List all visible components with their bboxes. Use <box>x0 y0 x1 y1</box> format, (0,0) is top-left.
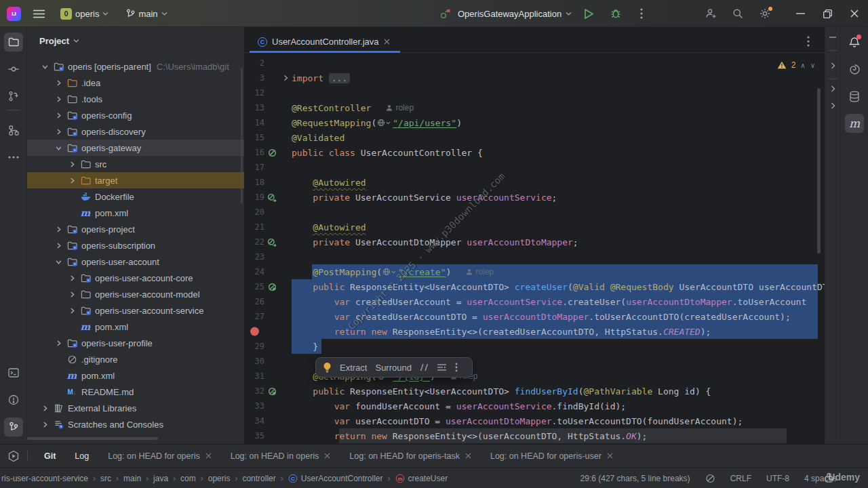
code-line-16[interactable]: 16public class UserAccountController { <box>244 145 825 160</box>
mapping-gutter-icon[interactable] <box>264 283 279 291</box>
notifications-button[interactable] <box>845 33 864 52</box>
tree-item-operis-user-account[interactable]: operis-user-account <box>27 253 244 270</box>
tree-item-operis-gateway[interactable]: operis-gateway <box>27 140 244 156</box>
code-line-2[interactable]: 2 <box>244 56 825 70</box>
restore-button[interactable] <box>814 0 841 27</box>
line-number[interactable]: 29 <box>244 342 264 351</box>
run-button[interactable] <box>578 0 599 27</box>
encoding[interactable]: UTF-8 <box>766 474 789 483</box>
tree-chevron-icon[interactable] <box>38 405 52 412</box>
tree-chevron-icon[interactable] <box>52 242 65 249</box>
breadcrumb-item-src[interactable]: src <box>100 474 111 483</box>
maven-button[interactable]: m <box>845 114 864 133</box>
code-line-22[interactable]: 22 private UserAccountDtoMapper userAcco… <box>244 235 825 249</box>
expand-icon[interactable] <box>825 62 840 69</box>
inspections-widget[interactable]: 2 ∧ ∨ <box>777 58 815 72</box>
tool-tab-log-on-head-in-operis[interactable]: Log: on HEAD in operis <box>221 445 340 468</box>
more-actions-button[interactable] <box>633 0 650 27</box>
close-button[interactable] <box>841 0 868 27</box>
tree-item-operis-config[interactable]: operis-config <box>27 107 244 123</box>
tree-chevron-icon[interactable] <box>38 63 52 70</box>
author-hint[interactable]: rolep <box>386 103 414 113</box>
tree-chevron-icon[interactable] <box>52 79 65 87</box>
line-number[interactable]: 15 <box>244 133 264 142</box>
tree-chevron-icon[interactable] <box>65 291 79 298</box>
popup-extract-button[interactable]: Extract <box>340 363 367 373</box>
close-tab-icon[interactable] <box>465 452 471 460</box>
tree-item-src[interactable]: src <box>27 156 244 172</box>
tree-item-scratches-and-consoles[interactable]: Scratches and Consoles <box>27 416 244 432</box>
tool-tab-git[interactable]: Git <box>35 445 65 468</box>
tree-chevron-icon[interactable] <box>52 112 65 119</box>
line-number[interactable]: 25 <box>244 282 264 291</box>
code-line-21[interactable]: 21 @Autowired <box>244 220 825 235</box>
editor-tab[interactable]: C UserAccountController.java <box>250 30 398 53</box>
run-configuration-selector[interactable]: OperisGatewayApplication <box>458 9 572 19</box>
code-line-13[interactable]: 13@RestControllerrolep <box>244 100 825 115</box>
tree-chevron-icon[interactable] <box>65 177 79 184</box>
tree-item-operis-user-profile[interactable]: operis-user-profile <box>27 335 244 351</box>
tree-chevron-icon[interactable] <box>38 421 52 428</box>
line-number[interactable]: 19 <box>244 192 264 202</box>
ai-assistant-button[interactable] <box>845 60 864 79</box>
tree-chevron-icon[interactable] <box>52 258 65 266</box>
line-number[interactable]: 33 <box>244 401 264 411</box>
main-menu-button[interactable] <box>31 0 47 27</box>
project-widget[interactable]: 0 operis <box>56 5 113 22</box>
line-number[interactable]: 24 <box>244 267 264 277</box>
expand-icon[interactable] <box>825 102 840 109</box>
breadcrumb-item-operis[interactable]: operis <box>208 474 231 483</box>
tool-tab-log-on-head-for-operis-user[interactable]: Log: on HEAD for operis-user <box>481 445 623 468</box>
terminal-tool-button[interactable] <box>4 363 23 382</box>
popup-surround-button[interactable]: Surround <box>375 363 411 373</box>
line-number[interactable]: 32 <box>244 386 264 396</box>
tree-item-.tools[interactable]: .tools <box>27 91 244 107</box>
line-number[interactable]: 17 <box>244 163 264 172</box>
project-tool-button[interactable] <box>4 33 23 52</box>
code-line-23[interactable]: 23 <box>244 249 825 264</box>
tree-item-operis-user-account-model[interactable]: operis-user-account-model <box>27 286 244 302</box>
tree-item-operis-user-account-core[interactable]: operis-user-account-core <box>27 270 244 286</box>
structure-tool-button[interactable] <box>4 121 23 140</box>
minimize-button[interactable] <box>787 0 814 27</box>
code-line-29[interactable]: 29 } <box>244 339 825 354</box>
line-number[interactable]: 13 <box>244 103 264 113</box>
tree-item-operis-operis-parent-[interactable]: operis [operis-parent]C:\Users\imadb\git <box>27 58 244 75</box>
code-line-15[interactable]: 15@Validated <box>244 130 825 145</box>
breadcrumb-item-java[interactable]: java <box>153 474 168 483</box>
debug-button[interactable] <box>606 0 626 27</box>
code-line-19[interactable]: 19 private UserAccountService userAccoun… <box>244 190 825 205</box>
tree-item-pom.xml[interactable]: mpom.xml <box>27 319 244 335</box>
tree-chevron-icon[interactable] <box>65 307 79 314</box>
line-number[interactable]: 14 <box>244 118 264 127</box>
tool-tab-log-on-head-for-operis[interactable]: Log: on HEAD for operis <box>98 445 221 468</box>
tree-item-pom.xml[interactable]: mpom.xml <box>27 205 244 221</box>
code-line-14[interactable]: 14@RequestMapping("/api/users") <box>244 115 825 130</box>
caret-position[interactable]: 29:6 (427 chars, 5 line breaks) <box>580 474 690 483</box>
tree-item-.gitignore[interactable]: .gitignore <box>27 351 244 367</box>
line-number[interactable]: 20 <box>244 207 264 217</box>
comment-icon[interactable] <box>420 363 429 371</box>
code-line-3[interactable]: 3import ... <box>244 70 825 85</box>
bean-gutter-icon[interactable] <box>264 148 279 157</box>
line-number[interactable]: 27 <box>244 312 264 321</box>
tree-item-operis-project[interactable]: operis-project <box>27 221 244 237</box>
code-line-25[interactable]: 25 public ResponseEntity<UserAccountDTO>… <box>244 279 825 294</box>
close-tab-icon[interactable] <box>384 39 390 45</box>
tree-item-.idea[interactable]: .idea <box>27 75 244 91</box>
line-number[interactable]: 18 <box>244 178 264 187</box>
close-tab-icon[interactable] <box>607 452 613 460</box>
fold-arrow-icon[interactable] <box>279 75 292 81</box>
line-number[interactable]: 35 <box>244 431 264 441</box>
code-line-32[interactable]: 32 public ResponseEntity<UserAccountDTO>… <box>244 384 825 399</box>
tree-item-target[interactable]: target <box>27 172 244 188</box>
line-number[interactable]: 16 <box>244 148 264 157</box>
tree-item-operis-user-account-service[interactable]: operis-user-account-service <box>27 302 244 319</box>
database-button[interactable] <box>845 87 864 106</box>
tree-chevron-icon[interactable] <box>65 161 79 168</box>
code-line-24[interactable]: 24 @PostMapping("/create")rolep <box>244 264 825 279</box>
code-line-35[interactable]: 35 return new ResponseEntity<>(userAccou… <box>244 428 825 443</box>
breadcrumb-item-main[interactable]: main <box>123 474 141 483</box>
code-line-27[interactable]: 27 var createdUserAccountDTO = userAccou… <box>244 309 825 324</box>
code-line-34[interactable]: 34 var userAccountDTO = userAccountDtoMa… <box>244 413 825 428</box>
